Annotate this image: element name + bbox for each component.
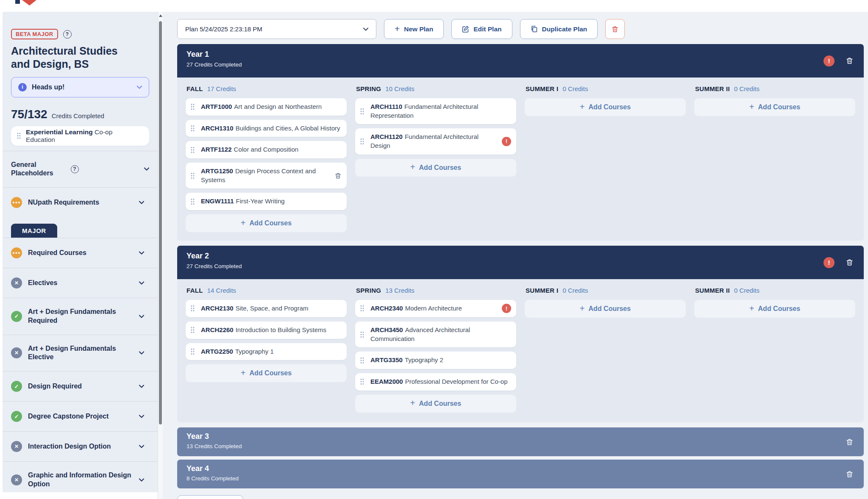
delete-plan-button[interactable] (605, 19, 625, 39)
delete-year-icon[interactable] (846, 470, 854, 478)
error-icon[interactable]: ! (502, 304, 511, 313)
add-courses-button[interactable]: + Add Courses (355, 395, 516, 413)
drag-handle-icon[interactable] (17, 133, 21, 139)
help-icon[interactable]: ? (63, 30, 72, 39)
drag-handle-icon[interactable] (191, 305, 195, 312)
season-column-fall: FALL 17 Credits ARTF1000Art and Design a… (186, 83, 347, 232)
experiential-learning-card[interactable]: Experiential Learning Co-op Education (11, 126, 149, 146)
course-code: ENGW1111 (201, 197, 234, 205)
add-courses-button[interactable]: + Add Courses (186, 364, 347, 382)
season-column-summer2: SUMMER II 0 Credits + Add Courses (694, 285, 855, 318)
add-courses-button[interactable]: + Add Courses (186, 214, 347, 232)
credits-completed-label: Credits Completed (52, 112, 104, 119)
drag-handle-icon[interactable] (191, 172, 195, 179)
error-icon[interactable]: ! (502, 137, 511, 146)
edit-plan-button[interactable]: Edit Plan (451, 19, 512, 39)
heads-up-label: Heads up! (32, 83, 132, 91)
course-card[interactable]: ARCH1120Fundamental Architectural Design… (355, 128, 516, 154)
section-label: Art + Design Fundamentals Elective (28, 344, 133, 362)
delete-year-icon[interactable] (846, 258, 854, 266)
season-column-summer2: SUMMER II 0 Credits + Add Courses (694, 83, 855, 116)
course-card[interactable]: ARCH1310Buildings and Cities, A Global H… (186, 120, 347, 137)
error-icon[interactable]: ! (823, 55, 835, 67)
course-title: Modern Architecture (405, 305, 462, 312)
drag-handle-icon[interactable] (360, 379, 364, 385)
sidebar-item-nupath-requirements[interactable]: ●●● NUpath Requirements (3, 187, 158, 217)
scroll-up-arrow-icon[interactable] (159, 14, 162, 17)
beta-major-badge: BETA MAJOR (11, 29, 58, 39)
sidebar-item-electives[interactable]: ✕ Electives (3, 268, 158, 298)
course-card[interactable]: ARTF1122Color and Composition (186, 141, 347, 158)
drag-handle-icon[interactable] (360, 139, 364, 145)
year-4-header[interactable]: Year 4 8 Credits Completed (177, 460, 864, 488)
add-courses-button[interactable]: + Add Courses (525, 98, 686, 116)
delete-course-icon[interactable] (334, 172, 342, 179)
drag-handle-icon[interactable] (191, 147, 195, 153)
new-plan-label: New Plan (404, 25, 433, 33)
drag-handle-icon[interactable] (360, 108, 364, 114)
course-card[interactable]: ARCH3450Advanced Architectural Communica… (355, 322, 516, 347)
sidebar-scrollbar[interactable] (158, 12, 163, 499)
scrollbar-thumb[interactable] (159, 21, 162, 424)
new-plan-button[interactable]: + New Plan (384, 19, 444, 39)
sidebar-item-design-required[interactable]: ✓ Design Required (3, 371, 158, 401)
season-label: SUMMER I (526, 287, 558, 294)
delete-year-icon[interactable] (846, 57, 854, 65)
heads-up-banner[interactable]: i Heads up! (11, 77, 149, 97)
add-courses-button[interactable]: + Add Courses (525, 300, 686, 318)
chevron-down-icon (139, 444, 144, 449)
course-card[interactable]: ARTF1000Art and Design at Northeastern (186, 98, 347, 116)
year-credits-completed: 27 Credits Completed (186, 61, 854, 68)
course-code: ARTG3350 (370, 356, 403, 363)
delete-year-icon[interactable] (846, 438, 854, 446)
season-credits: 13 Credits (385, 287, 414, 294)
drag-handle-icon[interactable] (360, 357, 364, 363)
course-code: ARCH2130 (201, 305, 234, 312)
status-incomplete-icon: ✕ (11, 441, 22, 452)
sidebar-item-degree-capstone-project[interactable]: ✓ Degree Capstone Project (3, 401, 158, 431)
course-card[interactable]: ARTG1250Design Process Context and Syste… (186, 163, 347, 189)
sidebar-item-interaction-design-option[interactable]: ✕ Interaction Design Option (3, 431, 158, 461)
add-courses-button[interactable]: + Add Courses (694, 98, 855, 116)
sidebar-item-art-design-fundamentals-required[interactable]: ✓ Art + Design Fundamentals Required (3, 298, 158, 335)
course-card[interactable]: ARCH2130Site, Space, and Program (186, 300, 347, 317)
plus-icon: + (580, 102, 585, 112)
plus-icon: + (580, 304, 585, 313)
course-card[interactable]: ARTG3350Typography 2 (355, 352, 516, 369)
year-1-header[interactable]: Year 1 27 Credits Completed ! (177, 44, 864, 78)
season-header: SUMMER II 0 Credits (695, 85, 855, 92)
add-courses-button[interactable]: + Add Courses (355, 159, 516, 177)
sidebar-item-required-courses[interactable]: ●●● Required Courses (3, 238, 158, 268)
course-card[interactable]: ARTG2250Typography 1 (186, 343, 347, 360)
add-year-button[interactable]: + Add Year (177, 495, 243, 499)
sidebar: BETA MAJOR ? Architectural Studies and D… (3, 12, 158, 499)
year-2-header[interactable]: Year 2 27 Credits Completed ! (177, 246, 864, 279)
season-label: FALL (186, 287, 203, 294)
section-label: Required Courses (28, 249, 133, 258)
plus-icon: + (395, 24, 400, 33)
drag-handle-icon[interactable] (191, 327, 195, 333)
drag-handle-icon[interactable] (191, 348, 195, 355)
course-card[interactable]: ARCH2260Introduction to Building Systems (186, 322, 347, 339)
drag-handle-icon[interactable] (191, 104, 195, 110)
drag-handle-icon[interactable] (191, 198, 195, 205)
drag-handle-icon[interactable] (360, 305, 364, 312)
course-card[interactable]: ARCH2340Modern Architecture ! (355, 300, 516, 317)
credits-completed-value: 75/132 (11, 108, 47, 121)
course-card[interactable]: ARCH1110Fundamental Architectural Repres… (355, 98, 516, 124)
add-courses-label: Add Courses (250, 219, 292, 227)
plan-select[interactable]: Plan 5/24/2025 2:23:18 PM (177, 19, 376, 39)
course-card[interactable]: ENGW1111First-Year Writing (186, 193, 347, 210)
course-code: ARTF1000 (201, 103, 232, 110)
help-icon[interactable]: ? (71, 165, 79, 173)
error-icon[interactable]: ! (823, 257, 835, 268)
drag-handle-icon[interactable] (360, 331, 364, 338)
duplicate-plan-button[interactable]: Duplicate Plan (520, 19, 598, 39)
add-courses-button[interactable]: + Add Courses (694, 300, 855, 318)
drag-handle-icon[interactable] (191, 125, 195, 132)
sidebar-item-general-placeholders[interactable]: General Placeholders ? (3, 151, 158, 188)
year-3-header[interactable]: Year 3 13 Credits Completed (177, 427, 864, 456)
sidebar-item-art-design-fundamentals-elective[interactable]: ✕ Art + Design Fundamentals Elective (3, 335, 158, 371)
course-code: ARCH3450 (370, 326, 403, 333)
course-card[interactable]: EEAM2000Professional Development for Co-… (355, 373, 516, 391)
